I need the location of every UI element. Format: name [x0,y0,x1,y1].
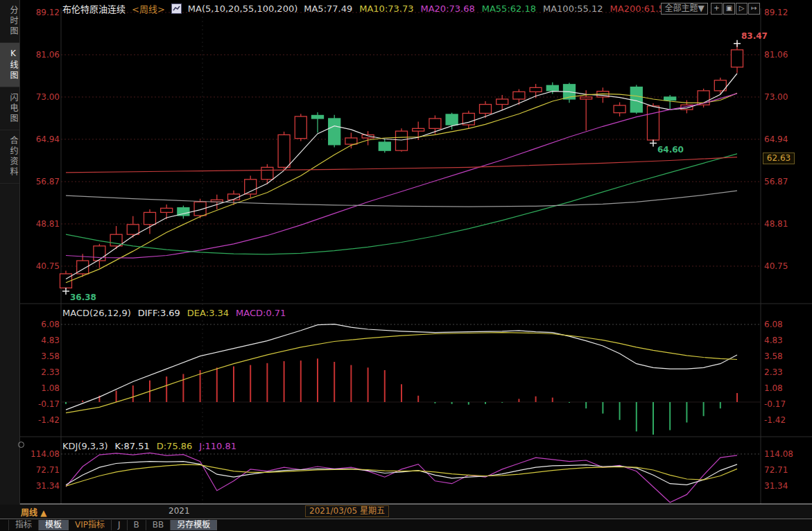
y-axis-label: 64.94 [764,134,788,144]
y-axis-label: 3.58 [764,351,783,361]
instrument-title: 布伦特原油连续 [62,2,126,15]
candle-body [614,105,625,113]
kdj-value-2: J:110.81 [199,441,236,451]
y-axis-label: 40.75 [764,261,788,271]
y-axis-label: 114.08 [24,449,60,459]
y-axis-label: 72.71 [764,465,788,475]
ma-line-MA200 [66,157,737,173]
chart-header: 布伦特原油连续 <周线> MA(5,10,20,55,100,200) MA5:… [62,2,670,15]
candle-body [127,225,139,234]
y-axis-label: 56.87 [764,177,788,186]
candle-body [295,116,306,139]
kdj-value-0: K:87.51 [115,441,150,451]
sidebar-item-2[interactable]: 闪电图 [0,87,19,130]
y-axis-label: 3.58 [24,351,60,361]
period-tag: <周线> [132,2,165,15]
annotation-83.47: 83.47 [741,31,768,41]
ma-line-MA55 [66,154,737,254]
y-axis-label: 2.33 [764,367,783,377]
y-axis-label: 56.87 [24,177,60,186]
y-axis-label: -1.42 [764,415,786,425]
timeline-year-label: 2021 [169,506,190,516]
kline-style-icon[interactable] [171,3,182,14]
pane-layout-icon[interactable]: ▣ [723,3,735,15]
tab-3[interactable]: J [112,520,128,530]
y-axis-label: 81.06 [24,50,60,60]
ma-config-label: MA(5,10,20,55,100,200) [188,3,297,14]
tab-0[interactable]: 指标 [8,520,39,530]
ma-value-0: MA5:77.49 [304,3,352,14]
ma-value-1: MA10:73.73 [359,3,413,14]
bottom-tab-bar: 指标模板VIP指标JBBB另存模板 [0,519,812,531]
y-axis-label: 114.08 [764,449,793,459]
y-axis-label: 1.08 [764,383,783,393]
y-axis-label: -0.17 [24,399,60,409]
kdj-line-J [66,453,737,502]
y-axis-label: 89.12 [24,8,60,17]
candle-body [546,85,558,91]
kdj-value-1: D:75.86 [157,441,193,451]
y-axis-label: 6.08 [764,320,783,329]
y-axis-label: 6.08 [24,320,60,329]
candle-body [261,167,273,179]
y-axis-label: 1.08 [24,383,60,393]
ma-values: MA5:77.49MA10:73.73MA20:73.68MA55:62.18M… [304,3,670,14]
kdj-header: KDJ(9,3,3) K:87.51D:75.86J:110.81 [62,441,236,451]
annotation-64.60: 64.60 [657,145,684,155]
crosshair-date-label: 2021/03/05 星期五 [305,505,389,517]
triangle-up-icon: ▲ [40,508,46,518]
candle-body [396,131,408,150]
theme-selector-button[interactable]: 全部主题▼ [661,3,708,15]
pane-next-icon[interactable]: ▷ [736,3,748,15]
kdj-collapse-icon[interactable] [18,442,24,448]
sidebar-item-0[interactable]: 分时图 [0,0,19,43]
candle-body [345,138,357,144]
y-axis-label: 81.06 [764,50,788,60]
sidebar: 分时图K线图闪电图合约资料 [0,0,20,505]
tab-2[interactable]: VIP指标 [69,520,112,530]
candle-body [94,246,105,261]
candle-body [144,212,156,224]
candle-body [379,142,390,150]
y-axis-label: 73.00 [764,92,788,102]
ma-line-MA20 [66,94,737,258]
sidebar-item-3[interactable]: 合约资料 [0,130,19,184]
sidebar-item-1[interactable]: K线图 [0,43,19,87]
macd-header: MACD(26,12,9) DIFF:3.69DEA:3.34MACD:0.71 [62,308,286,318]
kdj-line-K [66,462,737,485]
annotation-36.38: 36.38 [70,293,96,302]
y-axis-label: 73.00 [24,92,60,102]
macd-value-0: DIFF:3.69 [138,308,180,318]
kdj-label: KDJ(9,3,3) [62,441,108,451]
crosshair-icon[interactable]: + [711,3,723,15]
y-axis-label: -1.42 [24,415,60,425]
y-axis-label: 64.94 [24,134,60,144]
candle-body [732,50,743,67]
candle-body [429,119,441,128]
candle-body [648,106,659,140]
kdj-values: K:87.51D:75.86J:110.81 [115,441,236,451]
macd-value-1: DEA:3.34 [187,308,229,318]
candle-body [329,119,340,145]
macd-values: DIFF:3.69DEA:3.34MACD:0.71 [138,308,286,318]
candle-body [580,97,592,99]
tab-5[interactable]: BB [146,520,171,530]
candle-body [530,87,542,92]
y-axis-label: 4.83 [24,336,60,345]
pane-exit-icon[interactable]: ↦ [748,3,760,15]
candle-body [513,92,525,99]
y-axis-label: 89.12 [764,8,788,17]
y-axis-label: 31.34 [764,481,788,491]
tab-1[interactable]: 模板 [39,520,69,530]
y-axis-label: 40.75 [24,261,60,271]
price-axis-marker: 62.63 [763,153,795,164]
ma-line-MA10 [66,93,737,282]
tab-6[interactable]: 另存模板 [171,520,217,530]
timeline-bar [0,505,812,519]
chart-canvas[interactable] [0,0,812,531]
period-selector[interactable]: 周线 ▲ [21,506,46,518]
ma-value-2: MA20:73.68 [420,3,474,14]
y-axis-label: 48.81 [764,219,788,229]
tab-4[interactable]: B [128,520,146,530]
macd-value-2: MACD:0.71 [236,308,286,318]
